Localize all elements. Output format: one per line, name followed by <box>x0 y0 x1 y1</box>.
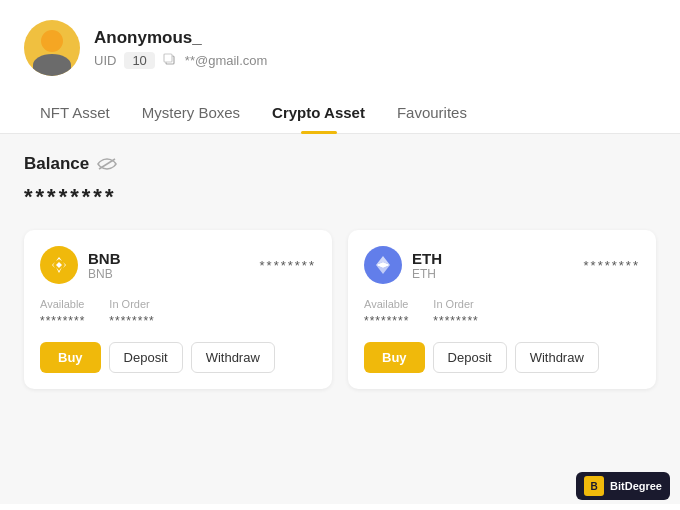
eth-card-top: ETH ETH ******** <box>364 246 640 284</box>
eth-in-order: In Order ******** <box>433 298 478 328</box>
bnb-available-label: Available <box>40 298 85 310</box>
bnb-icon <box>40 246 78 284</box>
eth-name-group: ETH ETH <box>412 250 442 281</box>
bnb-name: BNB <box>88 250 121 267</box>
bnb-in-order: In Order ******** <box>109 298 154 328</box>
bnb-card: BNB BNB ******** Available ******** In O… <box>24 230 332 389</box>
eth-buy-button[interactable]: Buy <box>364 342 425 373</box>
avatar <box>24 20 80 76</box>
eth-available: Available ******** <box>364 298 409 328</box>
bnb-symbol: BNB <box>88 267 121 281</box>
bitdegree-label: BitDegree <box>610 480 662 492</box>
eth-withdraw-button[interactable]: Withdraw <box>515 342 599 373</box>
eth-symbol: ETH <box>412 267 442 281</box>
eth-available-value: ******** <box>364 314 409 328</box>
eye-icon[interactable] <box>97 157 117 171</box>
bnb-in-order-label: In Order <box>109 298 154 310</box>
eth-actions: Buy Deposit Withdraw <box>364 342 640 373</box>
bnb-buy-button[interactable]: Buy <box>40 342 101 373</box>
tab-nft-asset[interactable]: NFT Asset <box>24 92 126 133</box>
bnb-deposit-button[interactable]: Deposit <box>109 342 183 373</box>
email-text: **@gmail.com <box>185 53 268 68</box>
bnb-actions: Buy Deposit Withdraw <box>40 342 316 373</box>
bnb-coin-info: BNB BNB <box>40 246 121 284</box>
total-balance-hidden: ******** <box>24 184 656 210</box>
bnb-name-group: BNB BNB <box>88 250 121 281</box>
profile-section: Anonymous_ UID 10 **@gmail.com <box>0 0 680 92</box>
eth-deposit-button[interactable]: Deposit <box>433 342 507 373</box>
bnb-available-value: ******** <box>40 314 85 328</box>
balance-label: Balance <box>24 154 89 174</box>
profile-name: Anonymous_ <box>94 28 267 48</box>
svg-marker-3 <box>56 257 62 261</box>
tab-crypto-asset[interactable]: Crypto Asset <box>256 92 381 133</box>
svg-marker-7 <box>63 262 66 268</box>
bitdegree-badge: B BitDegree <box>576 472 670 500</box>
crypto-cards: BNB BNB ******** Available ******** In O… <box>24 230 656 389</box>
avatar-body <box>33 54 71 76</box>
bnb-available: Available ******** <box>40 298 85 328</box>
bnb-card-top: BNB BNB ******** <box>40 246 316 284</box>
content-area: Balance ******** <box>0 134 680 504</box>
tab-favourites[interactable]: Favourites <box>381 92 483 133</box>
eth-stats: Available ******** In Order ******** <box>364 298 640 328</box>
eth-name: ETH <box>412 250 442 267</box>
bnb-balance-hidden: ******** <box>260 258 316 273</box>
copy-icon[interactable] <box>163 53 177 67</box>
avatar-face <box>41 30 63 52</box>
bnb-in-order-value: ******** <box>109 314 154 328</box>
eth-balance-hidden: ******** <box>584 258 640 273</box>
tab-mystery-boxes[interactable]: Mystery Boxes <box>126 92 256 133</box>
eth-card: ETH ETH ******** Available ******** In O… <box>348 230 656 389</box>
uid-label: UID <box>94 53 116 68</box>
balance-header: Balance <box>24 154 656 174</box>
svg-rect-1 <box>164 54 172 62</box>
eth-coin-info: ETH ETH <box>364 246 442 284</box>
svg-marker-4 <box>56 262 62 268</box>
eth-icon <box>364 246 402 284</box>
eth-in-order-label: In Order <box>433 298 478 310</box>
bnb-withdraw-button[interactable]: Withdraw <box>191 342 275 373</box>
bitdegree-shield-icon: B <box>584 476 604 496</box>
bnb-stats: Available ******** In Order ******** <box>40 298 316 328</box>
eth-in-order-value: ******** <box>433 314 478 328</box>
uid-value: 10 <box>124 52 154 69</box>
eth-available-label: Available <box>364 298 409 310</box>
nav-tabs: NFT Asset Mystery Boxes Crypto Asset Fav… <box>0 92 680 134</box>
profile-info: Anonymous_ UID 10 **@gmail.com <box>94 28 267 69</box>
profile-uid-row: UID 10 **@gmail.com <box>94 52 267 69</box>
page-wrapper: Anonymous_ UID 10 **@gmail.com NFT Asset… <box>0 0 680 510</box>
svg-marker-6 <box>52 262 55 268</box>
